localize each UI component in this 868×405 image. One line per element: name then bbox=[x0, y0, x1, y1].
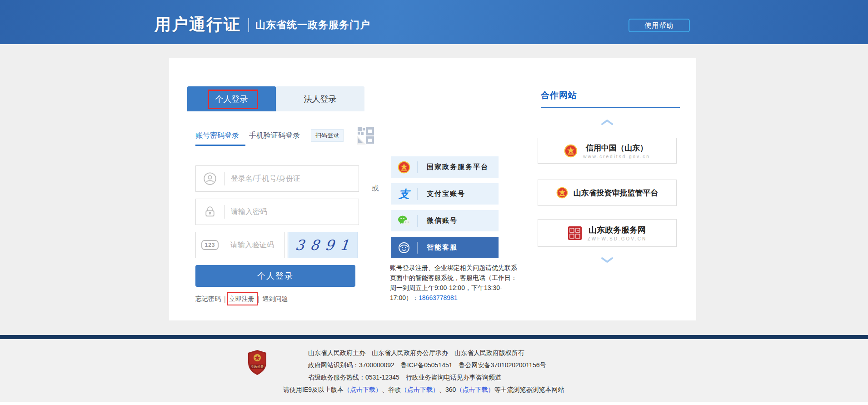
partner-credit-china[interactable]: 信用中国（山东） www.creditsd.gov.cn bbox=[538, 138, 677, 164]
partner-name: 信用中国（山东） bbox=[583, 143, 650, 153]
partners-title: 合作网站 bbox=[541, 90, 577, 101]
third-party-label: 智能客服 bbox=[427, 243, 458, 252]
third-party-national-platform[interactable]: 国家政务服务平台 bbox=[391, 156, 499, 178]
link-separator: | bbox=[224, 295, 226, 303]
lock-icon bbox=[196, 205, 224, 219]
or-label: 或 bbox=[372, 184, 379, 193]
third-party-label: 支付宝账号 bbox=[427, 190, 465, 198]
footer-line-4: 请使用IE9及以上版本（点击下载）、谷歌（点击下载）、360（点击下载）等主流浏… bbox=[283, 386, 564, 394]
brand-title: 用户通行证 bbox=[155, 14, 241, 36]
national-emblem-icon bbox=[391, 161, 417, 174]
brand: 用户通行证 山东省统一政务服务门户 bbox=[155, 14, 370, 36]
header: 用户通行证 山东省统一政务服务门户 使用帮助 bbox=[0, 0, 868, 44]
personal-login-button[interactable]: 个人登录 bbox=[195, 265, 355, 287]
footer: 党政机关 山东省人民政府主办 山东省人民政府办公厅承办 山东省人民政府版权所有 … bbox=[0, 339, 868, 402]
login-methods: 账号密码登录 手机验证码登录 扫码登录 bbox=[195, 129, 344, 142]
username-field[interactable] bbox=[195, 165, 359, 192]
username-input[interactable] bbox=[231, 166, 359, 191]
captcha-field[interactable]: 123 bbox=[195, 232, 285, 258]
methods-divider bbox=[195, 147, 518, 147]
method-sms-login[interactable]: 手机验证码登录 bbox=[249, 131, 300, 140]
partner-url: www.creditsd.gov.cn bbox=[583, 154, 650, 159]
svg-text:党政机关: 党政机关 bbox=[251, 365, 264, 369]
partner-name: 山东省投资审批监管平台 bbox=[574, 188, 658, 198]
footer-text: 山东省人民政府主办 山东省人民政府办公厅承办 山东省人民政府版权所有 政府网站识… bbox=[308, 349, 564, 398]
row-divider bbox=[417, 215, 418, 227]
user-icon bbox=[196, 172, 224, 185]
page: 用户通行证 山东省统一政务服务门户 使用帮助 个人登录 法人登录 账号密码登录 … bbox=[0, 0, 868, 405]
field-divider bbox=[224, 172, 224, 185]
partner-url: ZWFW.SD.GOV.CN bbox=[588, 236, 647, 241]
numbers-icon: 123 bbox=[196, 240, 224, 250]
row-divider bbox=[417, 161, 418, 173]
link-separator: | bbox=[258, 295, 259, 303]
footer-line-3: 省级政务服务热线：0531-12345 行政业务咨询电话见办事咨询频道 bbox=[308, 374, 564, 382]
partner-investment-platform[interactable]: 山东省投资审批监管平台 bbox=[538, 180, 677, 206]
tab-personal-login[interactable]: 个人登录 bbox=[187, 86, 276, 111]
method-password-login[interactable]: 账号密码登录 bbox=[195, 131, 239, 140]
service-phone-link[interactable]: 18663778981 bbox=[419, 294, 458, 301]
field-divider bbox=[224, 205, 224, 219]
wechat-icon bbox=[391, 215, 417, 227]
alipay-icon: 支 bbox=[391, 187, 417, 201]
register-now-link[interactable]: 立即注册 bbox=[229, 295, 254, 303]
browser-notice-text: 等主流浏览器浏览本网站 bbox=[494, 386, 564, 393]
trouble-link[interactable]: 遇到问题 bbox=[262, 295, 288, 303]
browser-notice-text: 请使用IE9及以上版本 bbox=[283, 386, 344, 393]
brand-divider bbox=[248, 18, 249, 32]
tab-corporate-login[interactable]: 法人登录 bbox=[276, 86, 364, 111]
customer-service-icon bbox=[391, 241, 417, 254]
chevron-up-icon[interactable] bbox=[601, 119, 614, 125]
footer-divider-bar bbox=[0, 335, 868, 339]
captcha-value: 3891 bbox=[290, 237, 356, 253]
national-emblem-icon bbox=[556, 187, 568, 199]
national-emblem-icon bbox=[564, 144, 578, 158]
captcha-image[interactable]: 3891 bbox=[288, 232, 358, 258]
third-party-alipay[interactable]: 支 支付宝账号 bbox=[391, 183, 499, 205]
government-badge-icon: 党政机关 bbox=[248, 350, 266, 375]
row-divider bbox=[417, 188, 418, 200]
third-party-wechat[interactable]: 微信账号 bbox=[391, 210, 499, 231]
red-seal-icon bbox=[568, 226, 582, 240]
footer-line-1: 山东省人民政府主办 山东省人民政府办公厅承办 山东省人民政府版权所有 bbox=[308, 349, 564, 357]
service-notice: 账号登录注册、企业绑定相关问题请优先联系页面中的智能客服系统，客服电话（工作日：… bbox=[390, 263, 519, 303]
login-panel: 个人登录 法人登录 账号密码登录 手机验证码登录 扫码登录 bbox=[169, 58, 696, 320]
browser360-download-link[interactable]: （点击下载） bbox=[456, 386, 494, 393]
qr-code-icon[interactable] bbox=[357, 126, 375, 145]
portal-title: 山东省统一政务服务门户 bbox=[255, 18, 370, 32]
browser-notice-text: 、谷歌 bbox=[382, 386, 401, 393]
third-party-smart-service[interactable]: 智能客服 bbox=[391, 237, 499, 258]
partner-name: 山东政务服务网 bbox=[588, 225, 647, 235]
chevron-down-icon[interactable] bbox=[601, 257, 614, 263]
password-input[interactable] bbox=[231, 199, 359, 225]
row-divider bbox=[417, 242, 418, 254]
third-party-label: 微信账号 bbox=[427, 216, 458, 225]
third-party-label: 国家政务服务平台 bbox=[427, 163, 489, 171]
method-qr-login[interactable]: 扫码登录 bbox=[311, 129, 344, 142]
help-button[interactable]: 使用帮助 bbox=[629, 19, 690, 32]
forgot-password-link[interactable]: 忘记密码 bbox=[195, 295, 221, 303]
login-links: 忘记密码 | 立即注册 | 遇到问题 bbox=[195, 295, 288, 303]
partner-shandong-service[interactable]: 山东政务服务网 ZWFW.SD.GOV.CN bbox=[538, 219, 677, 247]
page-bottom-strip bbox=[0, 402, 868, 405]
partners-underline bbox=[541, 107, 680, 108]
footer-line-2: 政府网站识别码：3700000092 鲁ICP备05051451 鲁公网安备37… bbox=[308, 361, 564, 370]
ie-download-link[interactable]: （点击下载） bbox=[344, 386, 382, 393]
active-method-underline bbox=[195, 145, 245, 146]
password-field[interactable] bbox=[195, 199, 359, 225]
browser-notice-text: 、360 bbox=[439, 386, 456, 393]
chrome-download-link[interactable]: （点击下载） bbox=[401, 386, 439, 393]
